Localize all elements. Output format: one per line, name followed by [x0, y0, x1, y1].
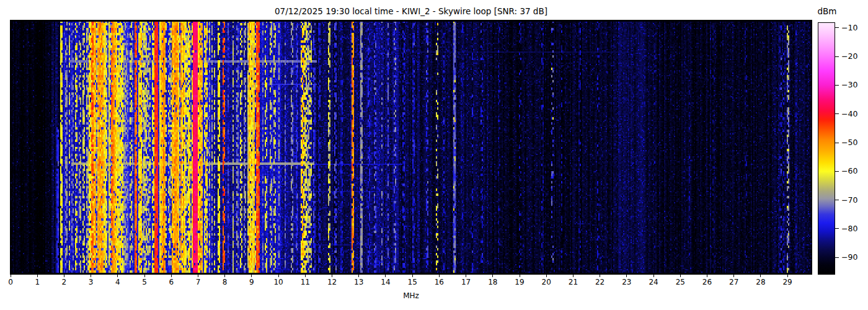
colorbar-tick-mark: [835, 143, 839, 143]
x-tick-mark: [278, 275, 279, 277]
x-tick-label: 9: [241, 278, 262, 286]
colorbar-tick-mark: [835, 27, 839, 28]
x-tick-mark: [733, 275, 734, 277]
x-tick-mark: [520, 275, 520, 277]
x-tick-label: 20: [536, 278, 557, 286]
x-tick-label: 18: [482, 278, 503, 286]
x-tick-label: 7: [187, 278, 208, 286]
colorbar-tick-mark: [835, 56, 839, 57]
x-tick-mark: [305, 275, 306, 277]
x-tick-mark: [117, 275, 118, 277]
x-tick-label: 10: [268, 278, 289, 286]
x-tick-mark: [198, 275, 198, 277]
x-tick-label: 17: [456, 278, 477, 286]
x-tick-mark: [707, 275, 707, 277]
waterfall-heatmap-canvas: [11, 20, 812, 274]
x-tick-label: 4: [107, 278, 128, 286]
colorbar-tick-label: −30: [841, 80, 857, 90]
colorbar-tick-label: −80: [841, 224, 857, 234]
colorbar-tick-label: −90: [841, 252, 857, 262]
colorbar: [818, 22, 835, 275]
colorbar-tick-label: −50: [841, 138, 857, 148]
x-tick-label: 22: [590, 278, 611, 286]
colorbar-tick-mark: [835, 113, 839, 114]
x-tick-mark: [573, 275, 574, 277]
x-tick-mark: [11, 275, 11, 277]
x-tick-label: 27: [724, 278, 745, 286]
x-tick-mark: [171, 275, 172, 277]
x-tick-label: 29: [777, 278, 798, 286]
x-tick-mark: [787, 275, 788, 277]
x-tick-label: 24: [643, 278, 664, 286]
x-tick-mark: [385, 275, 386, 277]
x-tick-label: 2: [53, 278, 74, 286]
x-tick-label: 19: [509, 278, 530, 286]
colorbar-tick-label: −70: [841, 195, 857, 205]
spectrogram-figure: 07/12/2025 19:30 local time - KIWI_2 - S…: [0, 0, 868, 310]
x-tick-mark: [64, 275, 64, 277]
colorbar-tick-label: −40: [841, 109, 857, 119]
x-tick-mark: [760, 275, 761, 277]
colorbar-tick-mark: [835, 200, 839, 200]
x-tick-label: 15: [402, 278, 423, 286]
x-tick-label: 11: [294, 278, 316, 286]
x-tick-label: 28: [750, 278, 771, 286]
colorbar-tick-mark: [835, 85, 839, 86]
x-tick-label: 8: [215, 278, 236, 286]
colorbar-tick-label: −60: [841, 166, 857, 176]
x-tick-label: 6: [161, 278, 182, 286]
x-tick-label: 1: [27, 278, 48, 286]
x-tick-label: 3: [81, 278, 102, 286]
x-tick-mark: [546, 275, 547, 277]
chart-title: 07/12/2025 19:30 local time - KIWI_2 - S…: [275, 6, 547, 16]
x-axis-label: MHz: [403, 291, 419, 300]
x-tick-label: 26: [696, 278, 717, 286]
x-tick-label: 13: [348, 278, 370, 286]
x-tick-mark: [492, 275, 493, 277]
colorbar-tick-mark: [835, 257, 839, 258]
x-tick-label: 5: [134, 278, 155, 286]
x-tick-mark: [144, 275, 145, 277]
plot-area-frame: [10, 20, 812, 275]
colorbar-unit-label: dBm: [818, 6, 837, 16]
x-tick-mark: [653, 275, 654, 277]
x-tick-mark: [680, 275, 681, 277]
x-tick-mark: [412, 275, 413, 277]
x-tick-label: 23: [616, 278, 637, 286]
x-tick-label: 21: [562, 278, 583, 286]
colorbar-tick-mark: [835, 171, 839, 172]
colorbar-tick-mark: [835, 228, 839, 229]
x-tick-mark: [332, 275, 332, 277]
x-tick-label: 25: [670, 278, 691, 286]
x-tick-mark: [466, 275, 466, 277]
colorbar-tick-label: −20: [841, 51, 857, 61]
x-tick-mark: [358, 275, 359, 277]
x-tick-label: 0: [0, 278, 21, 286]
x-tick-mark: [439, 275, 440, 277]
x-tick-mark: [251, 275, 252, 277]
x-tick-label: 16: [428, 278, 450, 286]
x-tick-mark: [626, 275, 627, 277]
x-tick-mark: [37, 275, 38, 277]
x-tick-mark: [600, 275, 600, 277]
colorbar-tick-label: −10: [841, 23, 857, 33]
x-tick-label: 12: [322, 278, 343, 286]
x-tick-mark: [224, 275, 225, 277]
x-tick-label: 14: [375, 278, 396, 286]
x-tick-mark: [91, 275, 91, 277]
